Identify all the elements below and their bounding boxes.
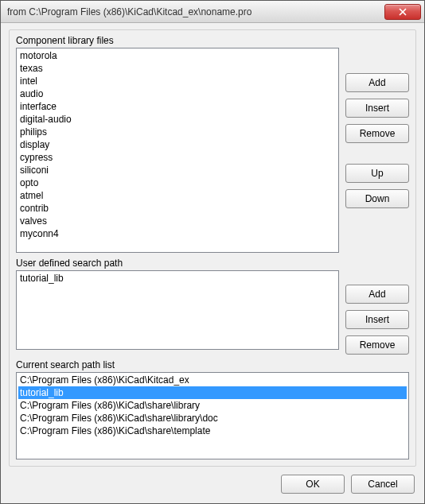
- close-button[interactable]: [384, 4, 421, 20]
- list-item[interactable]: cypress: [18, 151, 337, 164]
- list-item[interactable]: texas: [18, 62, 337, 75]
- main-groupbox: Component library files motorolatexasint…: [9, 29, 416, 467]
- down-button[interactable]: Down: [345, 189, 409, 208]
- user-search-path-row: tutorial_lib Add Insert Remove: [16, 270, 409, 355]
- current-paths-label: Current search path list: [16, 359, 409, 370]
- remove-button[interactable]: Remove: [345, 335, 409, 355]
- up-button[interactable]: Up: [345, 164, 409, 183]
- list-item[interactable]: C:\Program Files (x86)\KiCad\share\templ…: [18, 425, 407, 437]
- list-item[interactable]: atmel: [18, 189, 337, 202]
- add-button[interactable]: Add: [345, 73, 409, 92]
- list-item[interactable]: display: [18, 138, 337, 151]
- list-item[interactable]: opto: [18, 176, 337, 189]
- list-item[interactable]: C:\Program Files (x86)\KiCad\share\libra…: [18, 412, 407, 425]
- button-gap: [345, 149, 409, 157]
- dialog-window: from C:\Program Files (x86)\KiCad\Kitcad…: [0, 0, 425, 504]
- close-icon: [399, 8, 407, 16]
- window-title: from C:\Program Files (x86)\KiCad\Kitcad…: [7, 6, 384, 17]
- remove-button[interactable]: Remove: [345, 124, 409, 143]
- list-item[interactable]: philips: [18, 126, 337, 138]
- list-item[interactable]: audio: [18, 87, 337, 100]
- list-item[interactable]: interface: [18, 100, 337, 113]
- user-search-path-label: User defined search path: [16, 258, 409, 269]
- ok-button[interactable]: OK: [281, 475, 345, 494]
- list-item[interactable]: motorola: [18, 49, 337, 62]
- list-item[interactable]: C:\Program Files (x86)\KiCad\Kitcad_ex: [18, 374, 407, 386]
- list-item[interactable]: contrib: [18, 202, 337, 215]
- user-search-path-buttons: Add Insert Remove: [345, 270, 409, 355]
- component-libs-row: motorolatexasintelaudiointerfacedigital-…: [16, 48, 409, 253]
- list-item[interactable]: intel: [18, 75, 337, 87]
- list-item[interactable]: myconn4: [18, 227, 337, 240]
- list-item[interactable]: tutorial_lib: [18, 386, 407, 399]
- list-item[interactable]: digital-audio: [18, 113, 337, 126]
- cancel-button[interactable]: Cancel: [351, 475, 415, 494]
- add-button[interactable]: Add: [345, 285, 409, 304]
- component-libs-listbox[interactable]: motorolatexasintelaudiointerfacedigital-…: [16, 48, 339, 253]
- list-item[interactable]: C:\Program Files (x86)\KiCad\share\libra…: [18, 399, 407, 412]
- component-libs-buttons: Add Insert Remove Up Down: [345, 48, 409, 208]
- titlebar[interactable]: from C:\Program Files (x86)\KiCad\Kitcad…: [1, 1, 424, 23]
- current-paths-listbox[interactable]: C:\Program Files (x86)\KiCad\Kitcad_extu…: [16, 372, 409, 459]
- insert-button[interactable]: Insert: [345, 310, 409, 329]
- component-libs-label: Component library files: [16, 35, 409, 46]
- user-search-path-listbox[interactable]: tutorial_lib: [16, 270, 339, 350]
- dialog-footer: OK Cancel: [9, 470, 416, 495]
- list-item[interactable]: valves: [18, 215, 337, 227]
- list-item[interactable]: siliconi: [18, 164, 337, 176]
- client-area: Component library files motorolatexasint…: [1, 23, 424, 503]
- insert-button[interactable]: Insert: [345, 99, 409, 118]
- list-item[interactable]: tutorial_lib: [18, 272, 337, 285]
